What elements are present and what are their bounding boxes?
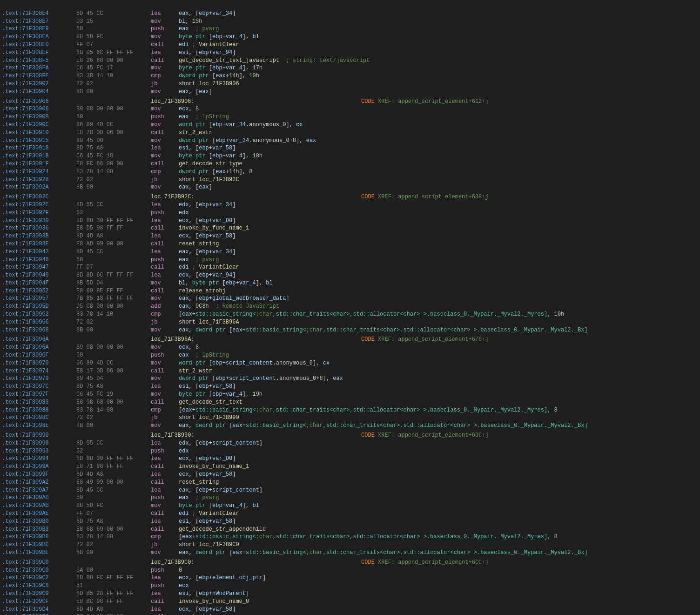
- comment: ; lpString: [189, 114, 229, 120]
- mnemonic: push: [151, 447, 179, 455]
- asm-row: .text:71F308FAC6 45 FC 17movbyte ptr [eb…: [0, 64, 700, 72]
- mnemonic: call: [151, 367, 179, 375]
- mnemonic: call: [151, 598, 179, 606]
- bytes: 8B 00: [76, 549, 151, 557]
- asm-row: .text:71F309C28D 8D FC FE FF FFleaecx, […: [0, 574, 700, 582]
- mnemonic: lea: [151, 49, 179, 57]
- bytes: 50: [76, 25, 151, 33]
- bytes: 8B 00: [76, 183, 151, 191]
- bytes: B9 08 00 00 00: [76, 344, 151, 351]
- loc-label: loc_71F3B906:: [151, 98, 244, 106]
- asm-row: .text:71F309498D 8D 6C FF FF FFleaecx, […: [0, 271, 700, 279]
- mnemonic: mov: [151, 344, 179, 351]
- address: .text:71F308F5: [2, 57, 76, 65]
- mnemonic: mov: [151, 422, 179, 430]
- mnemonic: mov: [151, 33, 179, 41]
- mnemonic: lea: [151, 574, 179, 582]
- comment: ; lpString: [189, 352, 229, 358]
- address: .text:71F309AB: [2, 494, 76, 502]
- address: .text:71F309D4: [2, 606, 76, 614]
- mnemonic: push: [151, 567, 179, 574]
- mnemonic: mov: [151, 137, 179, 145]
- mnemonic: lea: [151, 590, 179, 598]
- address: .text:71F30930: [2, 217, 76, 225]
- operands: edi ; VariantClear: [179, 41, 698, 49]
- operands: eax, [ebp+script_content]: [179, 487, 698, 494]
- bytes: 8D 8D 6C FF FF FF: [76, 271, 151, 279]
- asm-row: .text:71F3096F50pusheax ; lpString: [0, 351, 700, 359]
- operands: eax, dword ptr [eax+std::basic_string<;c…: [179, 422, 698, 430]
- bytes: [76, 193, 151, 201]
- operands: word ptr [ebp+var_34.anonymous_0], cx: [179, 121, 698, 129]
- operands: esi, [ebp+var_94]: [179, 49, 698, 57]
- address: .text:71F3094F: [2, 279, 76, 287]
- operands: str_2_wstr: [179, 367, 698, 375]
- bytes: 8D 4D A8: [76, 606, 151, 614]
- address: .text:71F308E7: [2, 18, 76, 26]
- address: .text:71F3092C: [2, 201, 76, 209]
- address: .text:71F3090C: [2, 121, 76, 129]
- mnemonic: call: [151, 224, 179, 232]
- bytes: 72 02: [76, 541, 151, 549]
- loc-label: loc_71F3B9C0:: [151, 559, 244, 567]
- mnemonic: lea: [151, 201, 179, 209]
- operands: eax, dword ptr [eax+std::basic_string<;c…: [179, 549, 698, 557]
- operands: ecx, 8: [179, 105, 698, 113]
- mnemonic: lea: [151, 271, 179, 279]
- asm-row: .text:71F309948D 8D 30 FF FF FFleaecx, […: [0, 455, 700, 463]
- operands: byte ptr [ebp+var_4], 18h: [179, 152, 698, 160]
- operands: short loc_71F3B990: [179, 414, 698, 422]
- comment: ; pvarg: [189, 257, 219, 263]
- bytes: 8B D5 6C FF FF FF: [76, 49, 151, 57]
- mnemonic: mov: [151, 88, 179, 96]
- bytes: 8D 8D FC FE FF FF: [76, 574, 151, 582]
- address: .text:71F309D7: [2, 613, 76, 615]
- bytes: B9 08 00 00 00: [76, 105, 151, 113]
- operands: short loc_71F3B9C0: [179, 541, 698, 549]
- mnemonic: mov: [151, 64, 179, 72]
- address: .text:71F30947: [2, 264, 76, 271]
- bytes: D3 15: [76, 18, 151, 26]
- asm-row: .text:71F309AEFF D7calledi ; VariantClea…: [0, 510, 700, 518]
- mnemonic: mov: [151, 152, 179, 160]
- bytes: 8D 45 CC: [76, 248, 151, 256]
- bytes: FF D7: [76, 510, 151, 518]
- address: .text:71F309BE: [2, 549, 76, 557]
- asm-row: .text:71F3096283 78 14 10cmp[eax+std::ba…: [0, 311, 700, 318]
- xref-comment: CODE XREF: append_script_element+638↑j: [244, 193, 489, 201]
- mnemonic: lea: [151, 232, 179, 240]
- address: .text:71F308EF: [2, 49, 76, 57]
- asm-row: .text:71F3090B50pusheax ; lpString: [0, 113, 700, 121]
- operands: ecx, 8: [179, 344, 698, 351]
- asm-row: .text:71F3099352pushedx: [0, 447, 700, 455]
- mnemonic: lea: [151, 487, 179, 494]
- asm-row: .text:71F3094650pusheax ; pvarg: [0, 256, 700, 264]
- address: .text:71F309AE: [2, 510, 76, 518]
- mnemonic: cmp: [151, 72, 179, 80]
- bytes: 66 89 4D CC: [76, 359, 151, 367]
- mnemonic: push: [151, 25, 179, 33]
- operands: edi ; VariantClear: [179, 264, 698, 271]
- address: .text:71F3099A: [2, 463, 76, 471]
- operands: eax, [ebp+var_34]: [179, 10, 698, 18]
- address: .text:71F30962: [2, 311, 76, 318]
- asm-row: .text:71F309308D 8D 30 FF FF FFleaecx, […: [0, 217, 700, 225]
- operands: dword ptr [eax+14h], 8: [179, 168, 698, 176]
- asm-row: .text:71F309908D 55 CCleaedx, [ebp+scrip…: [0, 439, 700, 447]
- bytes: 72 02: [76, 318, 151, 326]
- mnemonic: call: [151, 526, 179, 534]
- address: .text:71F30936: [2, 224, 76, 232]
- address: .text:71F30952: [2, 287, 76, 295]
- mnemonic: lea: [151, 471, 179, 479]
- bytes: 50: [76, 494, 151, 502]
- bytes: 6A 00: [76, 567, 151, 574]
- bytes: 8D B5 28 FF FF FF: [76, 590, 151, 598]
- mnemonic: lea: [151, 144, 179, 152]
- address: .text:71F30994: [2, 455, 76, 463]
- address: .text:71F308ED: [2, 41, 76, 49]
- asm-row: .text:71F309C06A 00push0: [0, 567, 700, 574]
- bytes: 83 3B 14 10: [76, 72, 151, 80]
- operands: short loc_71F3B906: [179, 80, 698, 88]
- bytes: [76, 336, 151, 344]
- operands: release_strobj: [179, 287, 698, 295]
